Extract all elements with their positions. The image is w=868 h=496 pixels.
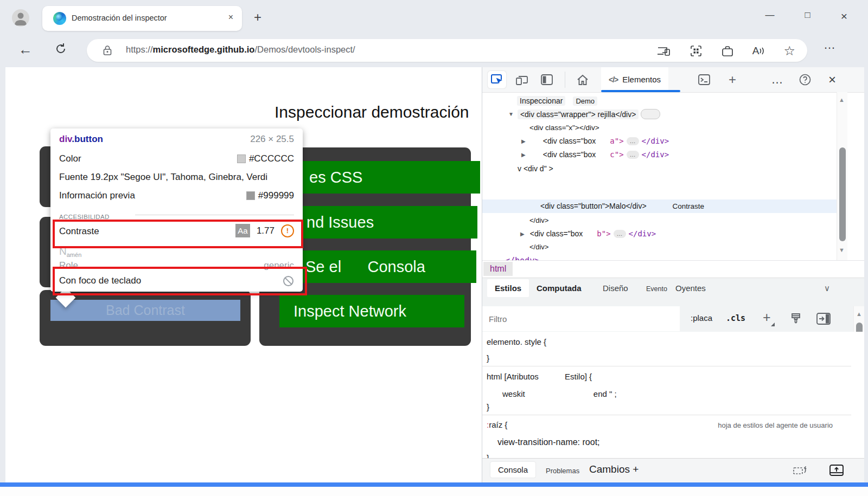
- person-icon: [12, 9, 29, 27]
- tree-row-box-b[interactable]: ▶ <div class="box b"> … </div>: [520, 229, 656, 238]
- corner-triangle: [771, 323, 775, 326]
- color-swatch: [237, 154, 246, 163]
- new-tab-button[interactable]: +: [254, 10, 261, 25]
- help-icon[interactable]: [796, 71, 814, 88]
- badge-pill: [641, 109, 660, 119]
- tree-row-box-a[interactable]: ▶ <div class="box a"> … </div>: [521, 137, 669, 145]
- tab-title: Demostración del inspector: [72, 14, 167, 22]
- view-transition-property[interactable]: view-transition-name: root;: [497, 437, 600, 447]
- element-style-rule[interactable]: elemento. style {: [487, 337, 546, 346]
- tree-row-text[interactable]: Inspeccionar Demo: [517, 96, 597, 106]
- tab-elements[interactable]: </> Elementos: [601, 67, 668, 92]
- computed-sidebar-icon[interactable]: [816, 312, 831, 325]
- edge-logo-icon: [53, 12, 66, 25]
- tree-row-close-div[interactable]: </div>: [529, 216, 548, 224]
- tree-row-wrapper[interactable]: ▼ <div class="wrapper"> rejilla</div>: [508, 109, 660, 119]
- ellipsis-expand-icon[interactable]: …: [614, 230, 626, 238]
- read-aloud-icon[interactable]: A: [752, 45, 765, 57]
- expand-drawer-icon[interactable]: [829, 463, 844, 477]
- role-row: Role generic: [59, 260, 294, 273]
- dom-scrollbar[interactable]: ▲ ▼: [837, 92, 847, 260]
- favorites-star-icon[interactable]: ☆: [783, 43, 795, 59]
- tab-oyentes[interactable]: Oyentes: [675, 284, 706, 293]
- chevron-down-icon[interactable]: ▼: [508, 111, 514, 117]
- tab-consola[interactable]: Consola: [490, 462, 535, 478]
- filter-input[interactable]: [482, 306, 680, 331]
- tab-estilos[interactable]: Estilos: [487, 279, 529, 297]
- hov-toggle[interactable]: :placa: [691, 313, 712, 323]
- chevron-right-icon[interactable]: ▶: [521, 152, 526, 158]
- scroll-thumb[interactable]: [839, 147, 846, 241]
- tab-cambios[interactable]: Cambios +: [589, 463, 639, 475]
- devtools-panel: </> Elementos + … ×: [482, 67, 864, 482]
- tab-diseno[interactable]: Diseño: [603, 284, 628, 293]
- scroll-down-icon[interactable]: ▼: [839, 247, 845, 253]
- tooltip-selector-row: div.button 226 × 25.5: [59, 134, 294, 147]
- contrast-aa-swatch: Aa: [235, 224, 250, 237]
- url-text[interactable]: https://microsoftedge.github.io/Demos/de…: [126, 44, 355, 55]
- address-bar[interactable]: https://microsoftedge.github.io/Demos/de…: [87, 39, 807, 62]
- window-close-icon[interactable]: ×: [841, 10, 847, 23]
- divider: [565, 72, 565, 88]
- ellipsis-expand-icon[interactable]: …: [627, 151, 639, 159]
- profile-avatar[interactable]: [12, 9, 29, 27]
- inspect-css-button[interactable]: es CSS: [279, 161, 480, 194]
- add-panel-icon[interactable]: +: [723, 71, 742, 88]
- chevron-right-icon[interactable]: ▶: [521, 138, 526, 144]
- tree-row-x[interactable]: <div class="x"></div>: [529, 124, 599, 132]
- tab-computada[interactable]: Computada: [537, 284, 582, 293]
- home-icon[interactable]: [573, 71, 592, 88]
- apps-grid-icon[interactable]: [690, 44, 703, 57]
- issues-button[interactable]: nd Issues: [279, 206, 477, 239]
- html-rule[interactable]: html [Atributos Estilo] {: [487, 372, 592, 381]
- tab-evento[interactable]: Evento: [646, 285, 667, 293]
- code-icon: </>: [609, 75, 618, 84]
- root-rule[interactable]: :raíz {: [487, 420, 507, 429]
- bad-contrast-button[interactable]: Bad Contrast: [50, 300, 240, 321]
- devtools-close-icon[interactable]: ×: [823, 71, 841, 88]
- breadcrumb-html[interactable]: html: [483, 262, 513, 276]
- workspaces-briefcase-icon[interactable]: [721, 45, 734, 57]
- webkit-property[interactable]: weskit end " ;: [502, 389, 617, 398]
- scroll-up-icon[interactable]: ▲: [839, 96, 845, 103]
- tree-row-close-div2[interactable]: </div>: [529, 243, 548, 251]
- new-style-rule-icon[interactable]: +: [763, 310, 771, 325]
- inspect-icon[interactable]: [488, 71, 506, 88]
- maximize-icon[interactable]: □: [805, 10, 810, 23]
- devtools-more-icon[interactable]: …: [768, 71, 787, 88]
- window-accent-border: [0, 482, 868, 487]
- dom-breadcrumb: html: [482, 260, 864, 278]
- no-keyboard-focus-icon: [283, 275, 294, 287]
- address-bar-icons: A ☆: [657, 43, 795, 59]
- browser-menu-icon[interactable]: …: [824, 38, 837, 52]
- contrast-row: Contraste Aa 1.77 !: [59, 224, 294, 237]
- inspect-network-button[interactable]: Inspect Network: [279, 295, 464, 327]
- chevron-down-icon[interactable]: ∨: [824, 284, 830, 293]
- dock-panel-icon[interactable]: [538, 71, 556, 88]
- dom-tree: Inspeccionar Demo ▼ <div class="wrapper"…: [482, 92, 837, 260]
- style-brush-icon[interactable]: [789, 312, 803, 326]
- stylesheet-source[interactable]: hoja de estilos del agente de usuario: [718, 421, 833, 429]
- ellipsis-expand-icon[interactable]: …: [627, 137, 639, 145]
- tree-row-button-selected[interactable]: <div class="button">Malo</div> Contraste: [540, 202, 704, 210]
- dock-drawer-icon[interactable]: [793, 464, 809, 477]
- page-content: Inspeccionar demostración Bad Contrast e…: [5, 67, 482, 482]
- below-window: [0, 487, 868, 496]
- device-emulation-icon[interactable]: [513, 71, 531, 88]
- console-button[interactable]: Se el Consola: [279, 250, 476, 283]
- send-to-devices-icon[interactable]: [657, 45, 671, 57]
- tree-row-d[interactable]: v <div d" >: [518, 164, 553, 173]
- console-icon[interactable]: [695, 71, 713, 88]
- chevron-right-icon[interactable]: ▶: [520, 231, 525, 237]
- styles-pane: elemento. style { } html [Atributos Esti…: [482, 332, 864, 458]
- cls-toggle[interactable]: .cls: [726, 313, 745, 323]
- minimize-icon[interactable]: —: [765, 10, 774, 23]
- scroll-up-icon[interactable]: ▲: [856, 311, 862, 317]
- refresh-icon[interactable]: [54, 42, 67, 55]
- tab-close-icon[interactable]: ×: [228, 12, 233, 22]
- browser-tab[interactable]: Demostración del inspector ×: [42, 6, 242, 31]
- page-title: Inspeccionar demostración: [275, 103, 469, 121]
- back-icon[interactable]: ←: [18, 41, 33, 58]
- tab-problemas[interactable]: Problemas: [546, 467, 579, 475]
- tree-row-box-c[interactable]: ▶ <div class="box c"> … </div>: [521, 150, 669, 159]
